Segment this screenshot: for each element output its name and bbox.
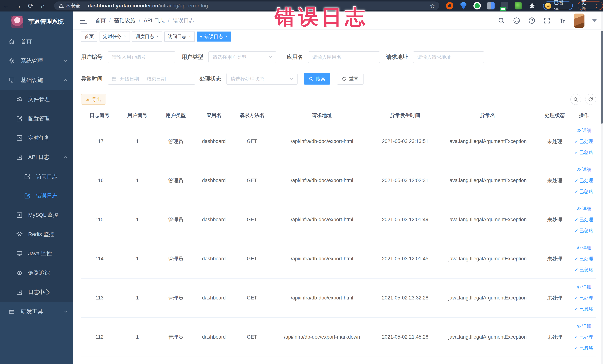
sidebar-item-home[interactable]: 首页 <box>0 32 73 51</box>
tab-close-icon[interactable]: × <box>189 34 191 39</box>
security-label: 不安全 <box>66 3 80 9</box>
extension-icon-green-circle[interactable] <box>474 2 481 10</box>
sidebar-item-api-log[interactable]: API 日志 <box>0 148 73 167</box>
sidebar-collapse-icon[interactable] <box>80 18 87 23</box>
extension-icon-grid[interactable] <box>487 2 495 10</box>
process-status-select[interactable]: 请选择处理状态 <box>226 73 298 84</box>
search-icon[interactable] <box>498 17 505 24</box>
browser-menu-icon[interactable]: ⋮ <box>594 3 599 9</box>
browser-update-button[interactable]: 更新 ⋮ <box>578 1 603 10</box>
mark-ignored-link[interactable]: ✓ 已忽略 <box>574 227 593 234</box>
help-icon[interactable] <box>528 17 535 24</box>
avatar-dropdown-caret[interactable] <box>592 19 597 22</box>
extensions-pin-icon[interactable] <box>528 2 536 10</box>
detail-link[interactable]: 详细 <box>577 284 591 290</box>
mark-ignored-link[interactable]: ✓ 已忽略 <box>574 149 593 155</box>
mark-processed-link[interactable]: ✓ 已处理 <box>574 295 593 301</box>
breadcrumb-item[interactable]: API 日志 <box>144 17 165 24</box>
tab-schedule-log[interactable]: 调度日志 × <box>132 32 162 42</box>
app-logo[interactable]: 芋道管理系统 <box>0 12 73 32</box>
bookmark-star-icon[interactable]: ☆ <box>430 3 435 9</box>
sidebar-item-file-management[interactable]: 文件管理 <box>0 90 73 109</box>
fullscreen-icon[interactable] <box>543 17 551 24</box>
mark-processed-link[interactable]: ✓ 已处理 <box>574 177 593 184</box>
tab-scheduled-tasks[interactable]: 定时任务 × <box>100 32 130 42</box>
request-url-input[interactable] <box>413 51 484 63</box>
detail-link[interactable]: 详细 <box>577 323 591 329</box>
extension-icon-orange[interactable] <box>446 2 453 10</box>
user-avatar[interactable] <box>574 13 584 28</box>
sidebar-item-redis-monitor[interactable]: Redis 监控 <box>0 225 73 244</box>
search-icon <box>309 76 313 81</box>
address-bar[interactable]: 不安全 dashboard.yudao.iocoder.cn/infra/log… <box>54 1 439 10</box>
home-button[interactable]: ⌂ <box>37 2 49 10</box>
cell-method: GET <box>233 161 271 200</box>
tab-close-icon[interactable]: × <box>225 34 228 39</box>
sidebar-item-tracing[interactable]: 链路追踪 <box>0 263 73 282</box>
export-button[interactable]: 导出 <box>81 94 106 105</box>
detail-link-label: 详细 <box>582 127 591 133</box>
mark-ignored-link[interactable]: ✓ 已忽略 <box>574 306 593 312</box>
security-indicator[interactable]: 不安全 <box>58 3 80 9</box>
layers-icon <box>16 231 23 237</box>
forward-button[interactable]: → <box>12 2 24 10</box>
sidebar-item-mysql-monitor[interactable]: MySQL 监控 <box>0 205 73 225</box>
mark-processed-link[interactable]: ✓ 已处理 <box>574 138 593 144</box>
font-size-icon[interactable] <box>558 17 566 24</box>
clock-icon <box>16 135 23 141</box>
extension-icon-shield[interactable] <box>460 2 467 10</box>
back-button[interactable]: ← <box>0 2 12 10</box>
sidebar-item-scheduled-tasks[interactable]: 定时任务 <box>0 128 73 148</box>
mark-ignored-label: 已忽略 <box>579 345 593 351</box>
cell-user-type: 管理员 <box>157 161 195 200</box>
scrollbar-thumb[interactable] <box>601 31 603 124</box>
toggle-search-button[interactable] <box>570 94 581 105</box>
tab-close-icon[interactable]: × <box>156 34 159 39</box>
user-type-select[interactable]: 请选择用户类型 <box>208 51 276 63</box>
search-button[interactable]: 搜索 <box>304 73 330 84</box>
tab-home[interactable]: 首页 <box>81 32 97 42</box>
error-log-table: 日志编号 用户编号 用户类型 应用名 请求方法名 请求地址 异常发生时间 异常名… <box>81 109 596 357</box>
breadcrumb: 首页 / 基础设施 / API 日志 / 错误日志 <box>95 17 194 24</box>
tab-access-log[interactable]: 访问日志 × <box>164 32 195 42</box>
sidebar-item-java-monitor[interactable]: Java 监控 <box>0 244 73 263</box>
mark-ignored-link[interactable]: ✓ 已忽略 <box>574 345 593 351</box>
sidebar-item-infrastructure[interactable]: 基础设施 <box>0 70 73 90</box>
github-icon[interactable] <box>513 17 520 24</box>
refresh-table-button[interactable] <box>585 94 596 105</box>
exception-time-range-picker[interactable]: 开始日期 - 结束日期 <box>108 73 195 84</box>
detail-link[interactable]: 详细 <box>577 245 591 251</box>
extension-icon-toggle[interactable]: on <box>501 2 508 10</box>
breadcrumb-item[interactable]: 首页 <box>95 17 106 24</box>
detail-link[interactable]: 详细 <box>577 206 591 212</box>
mark-processed-link[interactable]: ✓ 已处理 <box>574 217 593 223</box>
tab-close-icon[interactable]: × <box>124 34 126 39</box>
app-name-input[interactable] <box>308 51 380 63</box>
detail-link[interactable]: 详细 <box>577 166 591 173</box>
page-scrollbar[interactable] <box>601 12 603 364</box>
detail-link[interactable]: 详细 <box>577 127 591 133</box>
mark-processed-label: 已处理 <box>579 217 593 223</box>
filter-row-2: 异常时间 开始日期 - 结束日期 处理状态 请选择处理状态 搜索 重置 <box>81 73 596 84</box>
sidebar-item-system-management[interactable]: 系统管理 <box>0 51 73 70</box>
sidebar-item-log-center[interactable]: 日志中心 <box>0 282 73 302</box>
browser-profile-chip[interactable]: 已暂停 <box>543 1 573 10</box>
cell-process-status: 未处理 <box>538 278 572 317</box>
mark-processed-link[interactable]: ✓ 已处理 <box>574 256 593 262</box>
col-method: 请求方法名 <box>233 109 271 122</box>
sidebar-item-access-log[interactable]: 访问日志 <box>0 167 73 186</box>
user-id-input[interactable] <box>108 51 175 63</box>
mark-ignored-link[interactable]: ✓ 已忽略 <box>574 267 593 273</box>
sidebar-item-config-management[interactable]: 配置管理 <box>0 109 73 128</box>
mark-ignored-link[interactable]: ✓ 已忽略 <box>574 188 593 195</box>
table-row: 116 1 管理员 dashboard GET /api/infra/db-do… <box>81 161 596 200</box>
reset-button[interactable]: 重置 <box>337 73 363 84</box>
mark-processed-link[interactable]: ✓ 已处理 <box>574 334 593 340</box>
sidebar-item-error-log[interactable]: 错误日志 <box>0 186 73 205</box>
extension-icon-leaf[interactable] <box>515 2 522 10</box>
breadcrumb-item[interactable]: 基础设施 <box>114 17 136 24</box>
date-separator: - <box>142 76 144 82</box>
reload-button[interactable]: ⟳ <box>24 2 37 10</box>
tab-error-log[interactable]: 错误日志 × <box>197 32 231 42</box>
sidebar-item-dev-tools[interactable]: 研发工具 <box>0 302 73 321</box>
